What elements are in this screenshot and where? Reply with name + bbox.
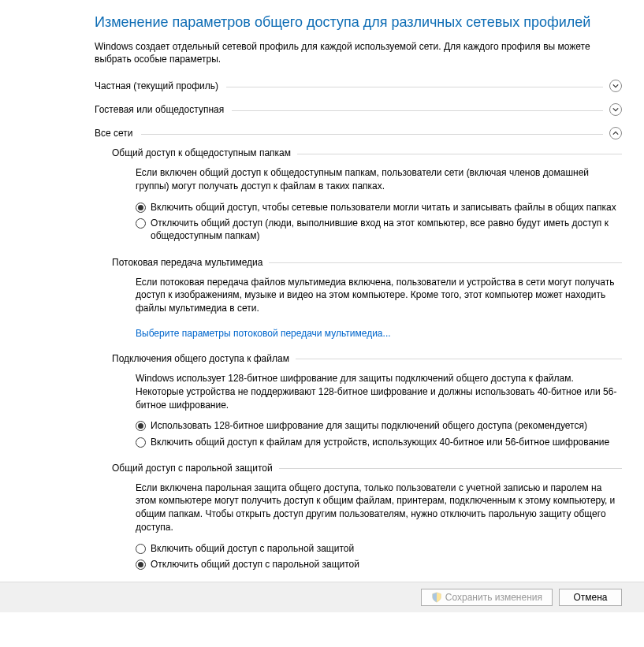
divider — [226, 87, 603, 87]
radio-public-folders-on[interactable]: Включить общий доступ, чтобы сетевые пол… — [136, 201, 622, 214]
media-streaming-link[interactable]: Выберите параметры потоковой передачи му… — [136, 328, 391, 339]
profile-private-label: Частная (текущий профиль) — [95, 80, 225, 91]
radio-icon — [136, 203, 146, 213]
file-connections-header: Подключения общего доступа к файлам — [112, 353, 622, 364]
cancel-button-label: Отмена — [573, 592, 607, 603]
file-connections-title: Подключения общего доступа к файлам — [112, 353, 296, 364]
divider — [296, 359, 622, 359]
public-folders-radio-group: Включить общий доступ, чтобы сетевые пол… — [136, 201, 622, 243]
radio-icon — [136, 437, 146, 448]
radio-icon — [136, 560, 146, 570]
all-networks-section: Общий доступ к общедоступным папкам Если… — [112, 147, 622, 571]
radio-label: Включить общий доступ к файлам для устро… — [151, 436, 609, 448]
profile-guest-label: Гостевая или общедоступная — [95, 104, 230, 115]
radio-icon — [136, 544, 146, 554]
save-button[interactable]: Сохранить изменения — [421, 589, 553, 606]
radio-icon — [136, 218, 146, 229]
radio-label: Включить общий доступ, чтобы сетевые пол… — [151, 201, 616, 214]
radio-label: Включить общий доступ с парольной защито… — [151, 542, 354, 555]
divider — [232, 110, 603, 111]
password-sharing-radio-group: Включить общий доступ с парольной защито… — [136, 542, 622, 571]
intro-text: Windows создает отдельный сетевой профил… — [95, 40, 622, 65]
cancel-button[interactable]: Отмена — [559, 589, 622, 606]
media-streaming-header: Потоковая передача мультимедиа — [112, 257, 622, 268]
shield-icon — [431, 592, 442, 603]
password-sharing-desc: Если включена парольная защита общего до… — [136, 482, 622, 534]
radio-encryption-40[interactable]: Включить общий доступ к файлам для устро… — [136, 436, 622, 448]
profile-all[interactable]: Все сети — [95, 127, 622, 139]
public-folders-header: Общий доступ к общедоступным папкам — [112, 147, 622, 158]
chevron-down-icon — [609, 103, 622, 116]
media-streaming-desc: Если потоковая передача файлов мультимед… — [136, 276, 622, 315]
file-connections-desc: Windows использует 128-битное шифрование… — [136, 372, 622, 411]
profile-all-label: Все сети — [95, 128, 140, 139]
chevron-down-icon — [609, 80, 622, 92]
divider — [297, 154, 622, 154]
radio-label: Отключить общий доступ (люди, выполнивши… — [151, 217, 622, 242]
button-bar: Сохранить изменения Отмена — [0, 582, 644, 612]
password-sharing-header: Общий доступ с парольной защитой — [112, 463, 622, 474]
radio-password-on[interactable]: Включить общий доступ с парольной защито… — [136, 542, 622, 555]
divider — [141, 134, 604, 135]
page-title: Изменение параметров общего доступа для … — [95, 14, 622, 31]
radio-encryption-128[interactable]: Использовать 128-битное шифрование для з… — [136, 419, 622, 432]
chevron-up-icon — [609, 127, 622, 139]
profile-private[interactable]: Частная (текущий профиль) — [95, 80, 622, 92]
radio-public-folders-off[interactable]: Отключить общий доступ (люди, выполнивши… — [136, 217, 622, 242]
media-streaming-title: Потоковая передача мультимедиа — [112, 257, 269, 268]
password-sharing-title: Общий доступ с парольной защитой — [112, 463, 279, 474]
profile-guest[interactable]: Гостевая или общедоступная — [95, 103, 622, 116]
file-connections-radio-group: Использовать 128-битное шифрование для з… — [136, 419, 622, 448]
radio-label: Использовать 128-битное шифрование для з… — [151, 419, 587, 432]
divider — [279, 468, 622, 469]
public-folders-desc: Если включен общий доступ к общедоступны… — [136, 166, 622, 193]
radio-icon — [136, 421, 146, 431]
save-button-label: Сохранить изменения — [445, 592, 542, 603]
public-folders-title: Общий доступ к общедоступным папкам — [112, 147, 297, 158]
radio-password-off[interactable]: Отключить общий доступ с парольной защит… — [136, 558, 622, 571]
radio-label: Отключить общий доступ с парольной защит… — [151, 558, 359, 571]
divider — [269, 262, 622, 263]
